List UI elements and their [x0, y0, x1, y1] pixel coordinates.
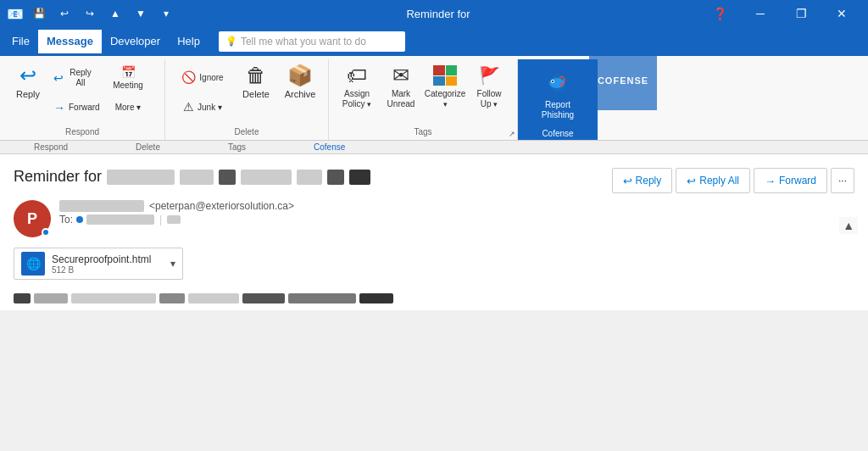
more-respond-label: More ▾	[115, 103, 142, 112]
body-block-7	[288, 293, 356, 303]
forward-label: Forward	[69, 103, 100, 113]
forward-btn-label: Forward	[779, 175, 816, 187]
archive-icon: 📦	[287, 65, 313, 86]
assign-policy-label: Assign Policy ▾	[338, 89, 376, 109]
svg-point-5	[560, 83, 563, 86]
qat-more-button[interactable]: ▾	[156, 3, 176, 24]
follow-up-button[interactable]: 🚩 Follow Up ▾	[468, 61, 510, 122]
tags-expand-icon[interactable]: ↗	[509, 130, 515, 138]
follow-up-icon: 🚩	[479, 65, 500, 86]
respond-buttons: ↩ Reply ↩ Reply All → Forward 📅 Meeting	[7, 61, 158, 125]
report-phishing-icon	[542, 73, 573, 97]
sender-to-row: To: |	[59, 214, 854, 226]
archive-button[interactable]: 📦 Archive	[279, 61, 321, 122]
meeting-button[interactable]: 📅 Meeting	[98, 63, 158, 92]
report-phishing-button[interactable]: Report Phishing	[528, 69, 587, 130]
menu-message[interactable]: Message	[38, 30, 102, 53]
email-header-bar: Reminder for ↩ Reply ↩ Reply All → Forwa…	[14, 168, 854, 193]
subject-redacted-4	[241, 170, 292, 185]
junk-icon: ⚠	[183, 100, 194, 114]
tags-bar-label: Tags	[228, 142, 246, 152]
reply-all-label: Reply All	[67, 68, 94, 88]
email-reply-button[interactable]: ↩ Reply	[612, 168, 673, 193]
forward-button[interactable]: → Forward	[51, 92, 97, 121]
delete-button[interactable]: 🗑 Delete	[235, 61, 277, 122]
subject-redacted-7	[349, 170, 370, 185]
respond-group-label: Respond	[0, 127, 164, 138]
attachment-size: 512 B	[52, 265, 164, 275]
help-icon: ❓	[700, 0, 739, 27]
body-block-1	[14, 293, 31, 303]
body-line-1	[14, 293, 854, 303]
delete-group: 🚫 Ignore ⚠ Junk ▾ 🗑 Delete 📦 Archive Del…	[165, 59, 329, 140]
qat-redo-button[interactable]: ↪	[80, 3, 100, 24]
reply-all-btn-label: Reply All	[699, 175, 739, 187]
ignore-icon: 🚫	[181, 70, 196, 84]
respond-group: ↩ Reply ↩ Reply All → Forward 📅 Meeting	[0, 59, 165, 140]
reply-button[interactable]: ↩ Reply	[7, 61, 49, 122]
sender-info: <peterpan@exteriorsolution.ca> To: |	[59, 200, 854, 226]
attachment-expand-icon[interactable]: ▾	[170, 258, 175, 270]
subject-redacted-3	[219, 170, 236, 185]
meeting-label: Meeting	[113, 81, 143, 90]
sender-row: P <peterpan@exteriorsolution.ca> To: |	[14, 200, 854, 237]
qat-undo-button[interactable]: ↩	[54, 3, 75, 24]
qat-up-button[interactable]: ▲	[105, 3, 125, 24]
assign-policy-button[interactable]: 🏷 Assign Policy ▾	[336, 61, 378, 122]
email-forward-button[interactable]: → Forward	[754, 168, 827, 193]
attachment-info: Secureproofpoint.html 512 B	[52, 253, 164, 275]
menu-developer[interactable]: Developer	[102, 30, 169, 53]
subject-redacted-5	[297, 170, 322, 185]
email-area: Reminder for ↩ Reply ↩ Reply All → Forwa…	[0, 154, 868, 310]
mark-unread-button[interactable]: ✉ Mark Unread	[380, 61, 422, 122]
ignore-label: Ignore	[199, 73, 223, 82]
ignore-button[interactable]: 🚫 Ignore	[172, 63, 233, 92]
to-separator: |	[159, 214, 162, 226]
sender-email: <peterpan@exteriorsolution.ca>	[149, 200, 294, 212]
qat-down-button[interactable]: ▼	[131, 3, 151, 24]
title-bar: 📧 💾 ↩ ↪ ▲ ▼ ▾ Reminder for ❓ ─ ❐ ✕	[0, 0, 868, 27]
assign-policy-icon: 🏷	[347, 65, 367, 86]
menu-file[interactable]: File	[3, 30, 38, 53]
email-subject: Reminder for	[14, 168, 370, 186]
body-block-3	[71, 293, 156, 303]
to-label: To:	[59, 214, 73, 226]
to-dot	[76, 216, 83, 223]
more-btn-label: ···	[838, 175, 847, 187]
attachment-box[interactable]: 🌐 Secureproofpoint.html 512 B ▾	[14, 248, 183, 280]
email-reply-all-button[interactable]: ↩ Reply All	[676, 168, 750, 193]
search-placeholder: Tell me what you want to do	[241, 36, 366, 47]
more-respond-button[interactable]: More ▾	[98, 92, 158, 121]
tags-group: 🏷 Assign Policy ▾ ✉ Mark Unread Categori…	[329, 59, 518, 140]
menu-help[interactable]: Help	[169, 30, 209, 53]
delete-buttons: 🚫 Ignore ⚠ Junk ▾ 🗑 Delete 📦 Archive	[172, 61, 321, 125]
minimize-button[interactable]: ─	[741, 0, 780, 27]
ribbon-collapse-button[interactable]: ▲	[839, 217, 858, 234]
reply-all-icon: ↩	[53, 71, 64, 86]
subject-redacted-1	[107, 170, 175, 185]
junk-button[interactable]: ⚠ Junk ▾	[172, 92, 233, 121]
tell-me-search[interactable]: 💡 Tell me what you want to do	[219, 31, 405, 52]
forward-icon: →	[53, 101, 65, 115]
window-title: Reminder for	[176, 8, 700, 20]
cofense-logo-bg: COFENSE	[589, 51, 657, 110]
to-address-redacted	[86, 214, 154, 225]
body-block-2	[34, 293, 68, 303]
reply-all-button[interactable]: ↩ Reply All	[51, 63, 97, 92]
categorize-icon	[433, 65, 457, 86]
cofense-bar-label: Cofense	[314, 142, 345, 152]
restore-button[interactable]: ❐	[782, 0, 821, 27]
close-button[interactable]: ✕	[822, 0, 861, 27]
reply-all-forward-stack: ↩ Reply All → Forward	[51, 63, 97, 121]
ribbon: ↩ Reply ↩ Reply All → Forward 📅 Meeting	[0, 56, 868, 141]
reply-btn-icon: ↩	[623, 175, 632, 187]
attachment-name: Secureproofpoint.html	[52, 253, 164, 265]
forward-btn-icon: →	[765, 175, 776, 187]
categorize-button[interactable]: Categorize ▾	[424, 61, 466, 122]
junk-label: Junk ▾	[198, 103, 222, 112]
qat-save-button[interactable]: 💾	[29, 3, 49, 24]
cofense-group: Report Phishing Cofense COFENSE	[518, 59, 598, 140]
body-block-4	[159, 293, 185, 303]
email-more-button[interactable]: ···	[831, 168, 854, 193]
delete-label: Delete	[242, 89, 270, 100]
